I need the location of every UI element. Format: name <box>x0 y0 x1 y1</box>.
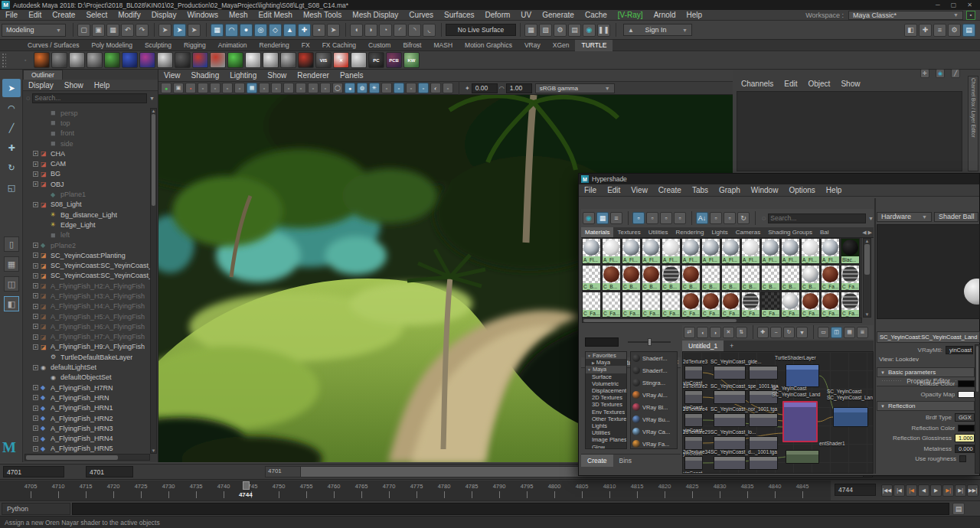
create-category-utilities[interactable]: Utilities <box>586 429 626 436</box>
sign-in-select[interactable]: ▲Sign In▼ <box>623 24 692 36</box>
colorspace-select[interactable]: sRGB gamma▼ <box>535 83 615 93</box>
lasso-select-tool-icon[interactable]: ◠ <box>2 99 21 117</box>
update-swatch-icon[interactable]: ↻ <box>783 327 795 338</box>
hypershade-menu-view[interactable]: View <box>626 186 653 194</box>
create-category-maya[interactable]: ▼Maya <box>586 366 626 373</box>
animation-start-field[interactable]: 4701 <box>3 466 64 477</box>
outliner-hscrollbar[interactable] <box>24 454 150 461</box>
create-category-2d-textures[interactable]: 2D Textures <box>586 394 626 401</box>
grid-toggle-icon[interactable]: ▦ <box>247 83 257 93</box>
safe-title-icon[interactable]: ▫ <box>320 83 331 93</box>
camera-icon[interactable]: ▣ <box>173 83 184 93</box>
material-swatch[interactable]: C_Fa... <box>821 265 840 291</box>
material-type-field[interactable]: yinCoast <box>946 346 973 354</box>
channelbox-menu-object[interactable]: Object <box>803 80 836 88</box>
menu-display[interactable]: Display <box>146 11 182 19</box>
resolution-gate-icon[interactable]: ▫ <box>271 83 282 93</box>
tool-settings-icon[interactable]: ⚙ <box>948 24 961 37</box>
channelbox-menu-show[interactable]: Show <box>835 80 865 88</box>
create-shader-item[interactable]: Stingra... <box>631 376 677 389</box>
undo-icon[interactable]: ↶ <box>121 24 134 37</box>
motion-blur-icon[interactable]: ▫ <box>406 83 416 93</box>
play-forward-button[interactable]: ▶ <box>930 484 942 497</box>
xyz-axis-icon[interactable]: ✛ <box>920 69 929 78</box>
material-preview-area[interactable] <box>877 224 980 319</box>
camera-bookmark-icon[interactable]: ▫ <box>198 83 208 93</box>
expand-icon[interactable]: + <box>33 161 38 167</box>
turtle-shelf-button[interactable] <box>263 52 279 68</box>
filter-materials-icon[interactable]: ◉ <box>583 212 595 224</box>
create-category-env-textures[interactable]: Env Textures <box>586 409 626 416</box>
material-swatch[interactable]: C_Fa... <box>821 292 840 318</box>
outliner-item[interactable]: +◉defaultLightSet <box>23 362 151 372</box>
file-open-icon[interactable]: ▣ <box>92 24 105 37</box>
create-category-volumetric[interactable]: Volumetric <box>586 380 626 387</box>
menu-edit[interactable]: Edit <box>23 11 47 19</box>
expand-icon[interactable]: + <box>33 344 38 350</box>
sphere-display-icon[interactable]: ◉ <box>936 69 945 78</box>
browser-search-input[interactable] <box>768 213 866 223</box>
turtle-shelf-button[interactable] <box>280 52 296 68</box>
outliner-item[interactable]: +◪SC_YeyinCoast:SC_YeyinCoast_plane:t <box>23 260 151 270</box>
snap-view-plane-icon[interactable]: ◇ <box>269 24 282 37</box>
expand-icon[interactable]: + <box>33 181 38 187</box>
turtle-shelf-button[interactable] <box>104 52 120 68</box>
menu-uv[interactable]: UV <box>515 11 537 19</box>
renderer-status-icon[interactable]: ● <box>161 83 172 93</box>
humanik-icon[interactable]: ✚ <box>919 24 932 37</box>
expand-icon[interactable]: + <box>33 446 38 451</box>
outliner-item[interactable]: +◪CAM <box>23 158 151 168</box>
select-object-icon[interactable]: ➤ <box>173 24 186 37</box>
material-swatch[interactable]: C_Fa... <box>602 292 621 318</box>
field-chart-icon[interactable]: ▫ <box>296 83 306 93</box>
outliner-item[interactable]: +◪CHA <box>23 148 151 158</box>
expand-icon[interactable]: + <box>33 283 38 288</box>
create-shader-item[interactable]: VRay Bl... <box>631 401 677 413</box>
gamma-field[interactable]: 1.00 <box>506 83 532 93</box>
swatch-huge-icon[interactable]: ▫ <box>674 212 686 224</box>
create-category-glow[interactable]: Glow <box>586 443 626 449</box>
scale-tool-icon[interactable]: ◱ <box>2 178 21 197</box>
expand-icon[interactable]: + <box>33 273 38 279</box>
turtle-shelf-button[interactable] <box>298 52 314 68</box>
menu-edit-mesh[interactable]: Edit Mesh <box>253 11 297 19</box>
hypershade-menu-create[interactable]: Create <box>653 186 687 194</box>
hypershade-menu-graph[interactable]: Graph <box>714 186 746 194</box>
material-swatch[interactable]: C_B... <box>662 265 681 291</box>
outliner-item[interactable]: +◆A_FlyingFish_HRN4 <box>23 434 151 444</box>
expand-icon[interactable]: + <box>33 171 38 177</box>
expand-icon[interactable]: + <box>33 425 38 431</box>
redo-icon[interactable]: ↷ <box>136 24 149 37</box>
menu-create[interactable]: Create <box>47 11 80 19</box>
outliner-item[interactable]: +◪BG <box>23 169 151 179</box>
hypershade-menu-window[interactable]: Window <box>746 186 784 194</box>
texture-node[interactable] <box>684 390 703 404</box>
browser-tab-bal[interactable]: Bal <box>816 227 833 238</box>
snap-grid-icon[interactable]: ▦ <box>211 24 224 37</box>
textured-mode-icon[interactable]: ◍ <box>357 83 368 93</box>
tab-scroll-left-icon[interactable]: ◀ <box>862 230 866 236</box>
create-category-lights[interactable]: Lights <box>586 422 626 429</box>
attribute-editor-icon[interactable]: ≡ <box>933 24 946 37</box>
highlight-selection-icon[interactable]: ➤ <box>327 24 340 37</box>
single-pane-layout-icon[interactable]: ▯ <box>4 236 19 252</box>
menu--v-ray-[interactable]: [V-Ray] <box>612 11 648 19</box>
rotate-tool-icon[interactable]: ↻ <box>2 158 21 177</box>
outliner-item[interactable]: ◼front <box>23 129 151 139</box>
property-editor-scrollbar[interactable] <box>975 344 980 474</box>
section-header-basic-parameters[interactable]: ▼Basic parameters <box>877 367 975 377</box>
swatch-grid-vscrollbar[interactable]: ▲ ▼ <box>863 238 871 318</box>
step-back-frame-button[interactable]: |◀ <box>893 484 905 497</box>
gate-mask-icon[interactable]: ▫ <box>283 83 294 93</box>
outliner-item[interactable]: +◪A_FlyingFish_H3:A_FlyingFish <box>23 291 151 301</box>
material-swatch[interactable]: C_B... <box>801 265 820 291</box>
menu-mesh-display[interactable]: Mesh Display <box>347 11 403 19</box>
sidebar-tab-channel-box[interactable]: Channel Box / Layer Editor <box>968 76 978 171</box>
turtle-shelf-button[interactable] <box>245 52 261 68</box>
select-hierarchy-icon[interactable]: ➤ <box>158 24 172 37</box>
turtle-shelf-button[interactable] <box>51 52 67 68</box>
outliner-item[interactable]: ◉defaultObjectSet <box>23 373 151 383</box>
move-tool-icon[interactable]: ✚ <box>2 139 21 157</box>
material-swatch[interactable]: A_Fl... <box>741 238 760 264</box>
texture-node[interactable] <box>684 366 703 380</box>
